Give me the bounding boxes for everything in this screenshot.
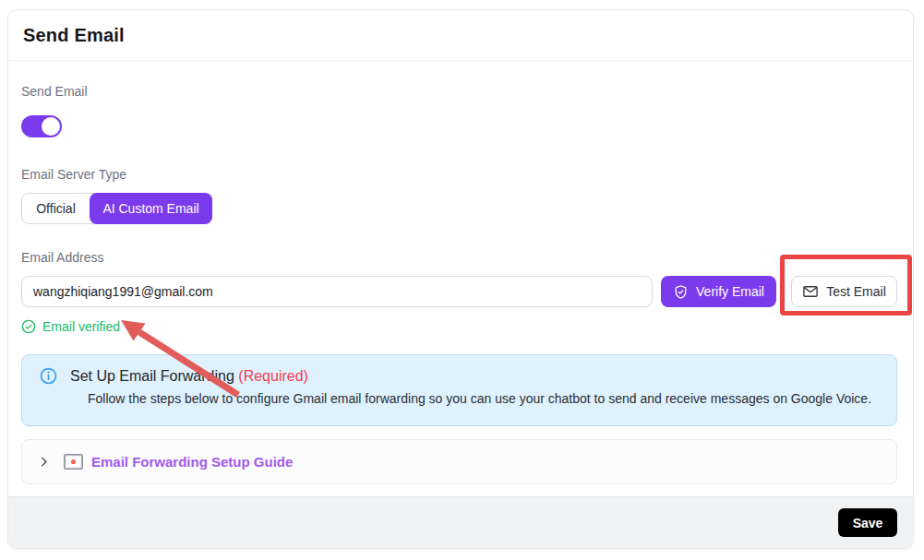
info-box-header: Set Up Email Forwarding (Required) <box>40 367 882 385</box>
info-circle-icon <box>40 367 57 385</box>
server-type-option-official[interactable]: Official <box>22 194 90 223</box>
page-title: Send Email <box>23 25 125 46</box>
toggle-knob <box>42 117 60 136</box>
required-badge: (Required) <box>238 368 308 384</box>
card-header: Send Email <box>8 10 913 61</box>
envelope-with-red-dot-icon <box>64 454 83 470</box>
server-type-segmented-control: Official AI Custom Email <box>21 193 212 224</box>
send-email-card: Send Email Send Email Email Server Type … <box>7 9 914 549</box>
send-email-settings-page: Send Email Send Email Email Server Type … <box>0 0 924 560</box>
verify-email-button-label: Verify Email <box>696 284 764 299</box>
email-verified-status: Email verified <box>21 319 897 334</box>
card-footer: Save <box>8 496 913 548</box>
email-forwarding-guide-expander[interactable]: Email Forwarding Setup Guide <box>21 439 897 484</box>
guide-title: Email Forwarding Setup Guide <box>91 454 293 470</box>
shield-check-icon <box>673 284 689 300</box>
email-forwarding-info-box: Set Up Email Forwarding (Required) Follo… <box>21 354 897 426</box>
test-email-button[interactable]: Test Email <box>791 276 897 307</box>
envelope-icon <box>802 283 819 300</box>
info-box-description: Follow the steps below to configure Gmai… <box>88 391 882 406</box>
card-body: Send Email Email Server Type Official AI… <box>8 61 913 484</box>
info-box-title: Set Up Email Forwarding (Required) <box>70 368 308 385</box>
send-email-toggle-label: Send Email <box>21 84 897 99</box>
chevron-right-icon[interactable] <box>37 455 51 469</box>
verify-email-button[interactable]: Verify Email <box>661 276 776 307</box>
send-email-toggle[interactable] <box>21 115 62 137</box>
email-address-input[interactable] <box>21 276 653 307</box>
email-row: Verify Email Test Email <box>21 276 897 307</box>
check-circle-icon <box>21 319 36 334</box>
test-email-button-label: Test Email <box>826 284 886 299</box>
server-type-label: Email Server Type <box>21 167 897 182</box>
email-verified-text: Email verified <box>42 319 120 334</box>
email-address-label: Email Address <box>21 250 897 265</box>
save-button[interactable]: Save <box>838 508 897 537</box>
server-type-option-ai-custom-email[interactable]: AI Custom Email <box>90 193 212 224</box>
